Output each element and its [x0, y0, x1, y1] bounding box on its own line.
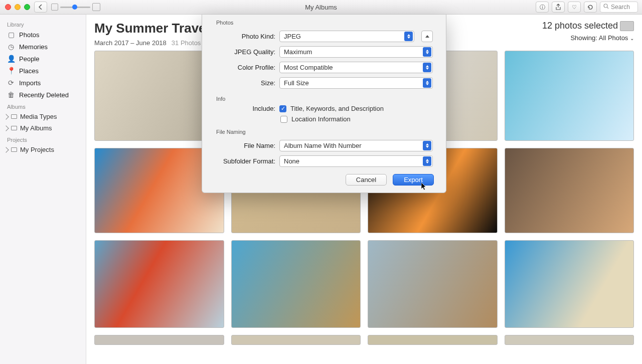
label-jpeg-quality: JPEG Quality: [207, 48, 275, 56]
search-placeholder: Search [611, 4, 630, 11]
sidebar-item-my-albums[interactable]: My Albums [2, 122, 84, 134]
photo-thumbnail[interactable] [231, 335, 361, 345]
zoom-track[interactable] [60, 7, 90, 8]
label-include: Include: [207, 105, 275, 112]
select-subfolder[interactable]: None [279, 155, 433, 167]
sidebar-item-imports[interactable]: ⟳Imports [2, 77, 84, 89]
svg-line-1 [607, 8, 609, 9]
export-dialog: Photos Photo Kind: JPEG JPEG Quality: Ma… [202, 15, 446, 193]
search-icon [603, 4, 609, 11]
photo-thumbnail[interactable] [505, 335, 634, 345]
photos-icon: ▢ [7, 31, 15, 39]
photo-thumbnail[interactable] [231, 240, 361, 328]
sidebar: Library ▢Photos ◷Memories 👤People 📍Place… [0, 15, 86, 364]
checkbox-include-title[interactable]: ✓ [279, 105, 286, 112]
select-photo-kind[interactable]: JPEG [279, 31, 414, 42]
folder-icon [11, 126, 17, 130]
select-arrows-icon [423, 156, 431, 166]
people-icon: 👤 [7, 55, 15, 63]
select-arrows-icon [423, 78, 431, 88]
sidebar-item-my-projects[interactable]: My Projects [2, 144, 84, 155]
select-arrows-icon [423, 141, 431, 150]
trash-icon: 🗑 [7, 91, 15, 99]
cancel-button[interactable]: Cancel [346, 174, 387, 186]
selection-count: 12 photos selected [542, 21, 618, 31]
zoom-window-button[interactable] [24, 4, 30, 10]
rotate-button[interactable] [584, 2, 597, 13]
zoom-slider[interactable] [51, 3, 100, 11]
thumbnail-large-icon [92, 3, 100, 11]
imports-icon: ⟳ [7, 79, 15, 87]
sidebar-item-places[interactable]: 📍Places [2, 65, 84, 77]
folder-icon [11, 147, 17, 152]
select-arrows-icon [404, 32, 413, 41]
section-label-info: Info [202, 91, 446, 105]
favorite-button[interactable]: ♡ [568, 2, 581, 13]
album-photo-count: 31 Photos [172, 39, 201, 47]
places-icon: 📍 [7, 67, 15, 75]
export-button[interactable]: Export [393, 174, 434, 186]
share-button[interactable] [552, 2, 565, 13]
svg-point-0 [604, 4, 607, 8]
label-color-profile: Color Profile: [207, 64, 275, 71]
window-toolbar: My Albums ⓘ ♡ Search [0, 0, 642, 15]
album-date-range: March 2017 – June 2018 [94, 39, 167, 47]
photo-thumbnail[interactable] [505, 148, 634, 233]
select-size[interactable]: Full Size [279, 77, 433, 89]
select-arrows-icon [423, 47, 431, 57]
checkbox-include-location[interactable] [280, 116, 287, 123]
chevron-right-icon [3, 147, 9, 152]
select-color-profile[interactable]: Most Compatible [279, 62, 433, 73]
select-file-name[interactable]: Album Name With Number [279, 140, 433, 151]
memories-icon: ◷ [7, 43, 15, 51]
photo-thumbnail[interactable] [505, 240, 634, 328]
photo-thumbnail[interactable] [505, 51, 634, 141]
check-label-title: Title, Keywords, and Description [290, 105, 384, 112]
label-size: Size: [207, 79, 275, 87]
label-subfolder: Subfolder Format: [207, 157, 275, 165]
label-photo-kind: Photo Kind: [207, 33, 275, 40]
sidebar-item-memories[interactable]: ◷Memories [2, 41, 84, 53]
section-label-file-naming: File Naming [202, 124, 446, 138]
collapse-toggle[interactable] [421, 31, 433, 42]
sidebar-item-photos[interactable]: ▢Photos [2, 29, 84, 41]
sidebar-item-people[interactable]: 👤People [2, 53, 84, 65]
photo-thumbnail[interactable] [94, 335, 224, 345]
showing-label: Showing: [570, 34, 597, 42]
folder-icon [11, 114, 17, 119]
photo-thumbnail[interactable] [368, 335, 498, 345]
photo-thumbnail[interactable] [368, 240, 498, 328]
thumbnail-small-icon [51, 4, 58, 11]
minimize-window-button[interactable] [15, 4, 21, 10]
check-label-location: Location Information [291, 115, 351, 123]
selection-thumbnail-icon [620, 21, 634, 31]
sidebar-header-albums: Albums [2, 101, 84, 111]
album-title: My Summer Travels [94, 21, 217, 36]
search-field[interactable]: Search [600, 2, 638, 13]
select-arrows-icon [423, 63, 431, 72]
chevron-right-icon [3, 125, 9, 131]
photo-thumbnail[interactable] [94, 240, 224, 328]
showing-value[interactable]: All Photos [599, 34, 628, 42]
sidebar-item-recently-deleted[interactable]: 🗑Recently Deleted [2, 89, 84, 101]
traffic-lights [5, 4, 30, 10]
label-file-name: File Name: [207, 142, 275, 149]
chevron-right-icon [3, 114, 9, 119]
close-window-button[interactable] [5, 4, 11, 10]
sidebar-header-projects: Projects [2, 134, 84, 144]
section-label-photos: Photos [202, 15, 446, 29]
select-jpeg-quality[interactable]: Maximum [279, 46, 433, 58]
chevron-down-icon: ⌄ [630, 36, 634, 41]
info-button[interactable]: ⓘ [536, 2, 549, 13]
back-button[interactable] [34, 2, 47, 13]
sidebar-header-library: Library [2, 19, 84, 29]
sidebar-item-media-types[interactable]: Media Types [2, 111, 84, 122]
